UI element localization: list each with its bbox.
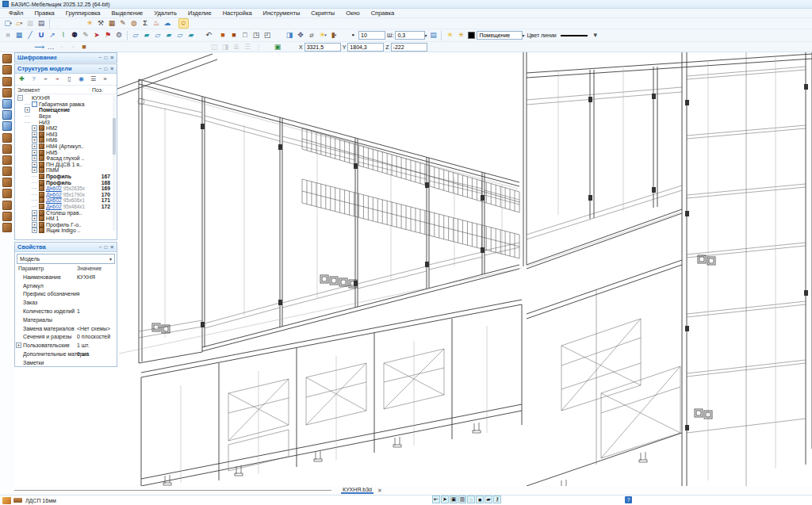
cone-icon[interactable] <box>2 178 12 187</box>
menu-инструменты[interactable]: Инструменты <box>258 9 306 17</box>
report-page-icon[interactable]: ▯ <box>65 75 75 84</box>
component-icon[interactable] <box>2 497 11 504</box>
gear-icon[interactable]: ⚙ <box>114 30 124 40</box>
property-row-Дополнительные материа[interactable]: Дополнительные материа0 шт. <box>15 350 117 358</box>
chevron-down-icon[interactable]: ▾ <box>424 33 427 40</box>
block-icon[interactable]: ■ <box>79 42 90 52</box>
expand-toggle-icon[interactable]: + <box>32 222 37 228</box>
menu-правка[interactable]: Правка <box>29 9 59 17</box>
property-row-Префикс обозначения[interactable]: Префикс обозначения <box>15 290 117 299</box>
tree-scrollbar[interactable] <box>113 96 116 231</box>
corner-icon[interactable] <box>2 223 12 232</box>
tree-item-ПН ДЦСВ 1 я..[interactable]: +ПН ДЦСВ 1 я.. <box>15 162 117 168</box>
materials-globe-icon[interactable]: ◍ <box>129 18 140 29</box>
shelf-icon[interactable] <box>2 144 12 154</box>
material-board-icon[interactable] <box>13 498 22 503</box>
light-icon[interactable]: ☀▾ <box>318 30 328 40</box>
menu-выделение[interactable]: Выделение <box>106 9 149 17</box>
property-row-Артикул[interactable]: Артикул <box>15 281 117 290</box>
wire-box2-icon[interactable]: ◳ <box>251 30 262 40</box>
case-icon[interactable]: ▮▾ <box>329 30 339 40</box>
help-query-icon[interactable]: ? <box>29 75 39 84</box>
tools-icon[interactable]: ⚒ <box>96 18 106 29</box>
expand-toggle-icon[interactable]: + <box>32 167 37 173</box>
solid-box-icon[interactable]: ■ <box>218 30 228 40</box>
tree-item-НМ5[interactable]: +НМ5 <box>15 149 117 155</box>
lock-state-icon[interactable]: ⚷ <box>493 495 501 503</box>
print-icon[interactable]: ▤ <box>36 18 47 29</box>
expand-toggle-icon[interactable]: + <box>32 125 37 131</box>
expand-toggle-icon[interactable]: + <box>16 342 21 348</box>
box-shaded-icon[interactable]: ▰ <box>142 30 152 40</box>
red-tool-icon[interactable]: ➤ <box>92 30 102 40</box>
tree-item-НИЗ[interactable]: НИЗ <box>15 119 117 125</box>
tree-item-Ящик Indigo ..[interactable]: +Ящик Indigo .. <box>15 228 117 234</box>
menu-файл[interactable]: Файл <box>3 9 29 17</box>
dropdown-arrow-icon[interactable]: ▾ <box>335 33 337 37</box>
wire-box3-icon[interactable]: ◰ <box>262 30 273 40</box>
link1-icon[interactable]: ⌁ <box>41 75 51 84</box>
magnet-icon[interactable]: U <box>36 30 47 40</box>
tab-close-icon[interactable]: ✕ <box>377 488 382 494</box>
menu-окно[interactable]: Окно <box>340 9 365 17</box>
expand-toggle-icon[interactable]: + <box>32 137 37 143</box>
tree-item-НМ4 (Артикул..[interactable]: +НМ4 (Артикул.. <box>15 143 117 150</box>
y-input[interactable] <box>347 43 384 52</box>
cursor-mode-icon[interactable]: ➤ <box>441 495 449 503</box>
tree-item-Профиль[interactable]: Профиль167 <box>15 174 117 180</box>
tree-item-Профиль Г-о..[interactable]: +Профиль Г-о.. <box>15 221 117 228</box>
solid-box2-icon[interactable]: ■ <box>229 30 239 40</box>
property-row-Сечения и разрезы[interactable]: Сечения и разрезы0 плоскостей <box>15 333 117 342</box>
tree-item-ПММ[interactable]: +ПММ <box>15 167 117 174</box>
snap-icon[interactable]: ⌗ <box>3 30 13 40</box>
brush-icon[interactable]: ✎ <box>118 18 128 29</box>
menu-удалить[interactable]: Удалить <box>148 9 182 17</box>
property-row-Наименование[interactable]: НаименованиеКУХНЯ <box>15 273 117 281</box>
polyline-icon[interactable]: ⌇ <box>59 30 69 40</box>
minimize-icon[interactable]: − <box>99 66 102 71</box>
block-state-icon[interactable]: ■ <box>476 495 484 503</box>
close-icon[interactable]: ✕ <box>110 55 114 61</box>
hint-bulb-icon[interactable]: ☀ <box>85 18 95 29</box>
z-input[interactable] <box>391 43 427 52</box>
expand-toggle-icon[interactable]: + <box>25 107 30 113</box>
smiley-icon[interactable]: ☺ <box>178 18 189 29</box>
box-icon[interactable] <box>2 189 12 198</box>
document-tab[interactable]: КУХНЯ.b3d <box>341 487 373 494</box>
tree-item-Профиль[interactable]: Профиль168 <box>15 179 117 186</box>
cabinet-icon[interactable]: ▦ <box>107 18 117 29</box>
tree-item-НМ2[interactable]: +НМ2 <box>15 125 117 132</box>
zoom-state-icon[interactable]: ◌ <box>467 495 475 503</box>
lamp-on-icon[interactable]: ☀ <box>445 30 455 40</box>
minimize-icon[interactable]: − <box>99 244 102 250</box>
tree-item-Столеш прав..[interactable]: +Столеш прав.. <box>15 209 117 216</box>
x-input[interactable] <box>304 43 341 52</box>
expand-toggle-icon[interactable]: + <box>32 143 37 149</box>
line-tool-icon[interactable]: ╱ <box>25 30 36 40</box>
thickness-icon[interactable]: ▪ <box>348 30 358 40</box>
expand-toggle-icon[interactable]: − <box>17 95 23 101</box>
line-color-dropdown-icon[interactable]: ▾ <box>590 30 600 40</box>
float-icon[interactable]: □ <box>105 55 108 60</box>
document-info-icon[interactable]: ? <box>625 496 632 503</box>
expand-toggle-icon[interactable]: + <box>32 210 37 216</box>
visibility-icon[interactable]: ◉ <box>77 75 86 84</box>
menu-скрипты[interactable]: Скрипты <box>305 9 340 17</box>
blue-split-icon[interactable] <box>2 121 12 131</box>
tree-item-Фасад глухой ..[interactable]: +Фасад глухой .. <box>15 155 117 162</box>
tree-item-НМ3[interactable]: +НМ3 <box>15 132 117 138</box>
paste-coords-icon[interactable]: ▣ <box>273 42 283 52</box>
tree-item-Дн602[interactable]: Дн60295х1790х170 <box>15 192 117 198</box>
box-iso-icon[interactable]: ▱ <box>175 30 186 40</box>
new-document-icon[interactable]: ▢▾ <box>3 18 13 29</box>
property-row-Пользовательские[interactable]: +Пользовательские1 шт. <box>15 341 117 350</box>
menu-изделие[interactable]: Изделие <box>182 9 217 17</box>
dropdown-arrow-icon[interactable]: ▾ <box>21 21 23 25</box>
line-color-sample[interactable] <box>561 35 588 36</box>
property-row-Заказ[interactable]: Заказ <box>15 298 117 307</box>
cabinet-icon[interactable] <box>2 54 12 63</box>
no-edit-icon[interactable]: ⌀ <box>307 30 317 40</box>
pencil-ruler-icon[interactable]: ✎ <box>81 30 91 40</box>
menu-группировка[interactable]: Группировка <box>60 9 106 17</box>
tree-item-КУХНЯ[interactable]: −КУХНЯ <box>15 95 117 101</box>
